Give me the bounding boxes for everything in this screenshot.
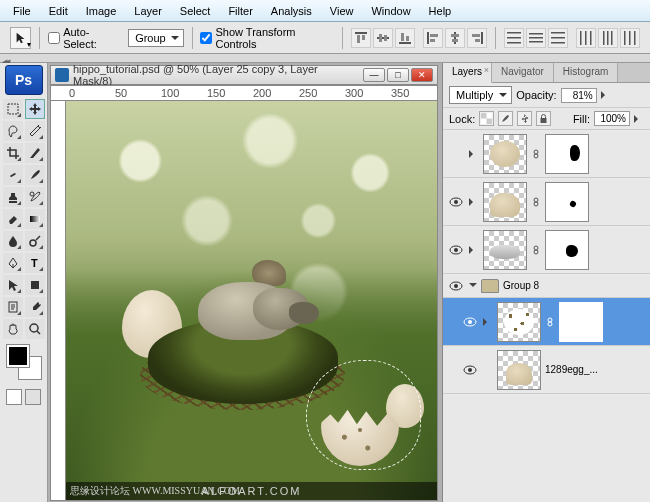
notes-tool[interactable]	[3, 297, 23, 317]
menu-window[interactable]: Window	[362, 2, 419, 20]
path-select-tool[interactable]	[3, 275, 23, 295]
distribute-right-icon[interactable]	[620, 28, 640, 48]
layer-row[interactable]: 1289egg_...	[443, 346, 650, 394]
align-hcenter-icon[interactable]	[445, 28, 465, 48]
pen-tool[interactable]	[3, 253, 23, 273]
gradient-tool[interactable]	[25, 209, 45, 229]
group-name[interactable]: Group 8	[503, 280, 539, 291]
menu-layer[interactable]: Layer	[125, 2, 171, 20]
mask-link-icon[interactable]	[545, 317, 555, 327]
fill-flyout-icon[interactable]	[634, 112, 644, 126]
group-disclosure-icon[interactable]	[469, 283, 477, 291]
layer-mask-thumbnail[interactable]	[545, 134, 589, 174]
menu-filter[interactable]: Filter	[219, 2, 261, 20]
lock-transparency-icon[interactable]	[479, 111, 494, 126]
mask-link-icon[interactable]	[531, 197, 541, 207]
menu-help[interactable]: Help	[420, 2, 461, 20]
blend-mode-dropdown[interactable]: Multiply	[449, 86, 512, 104]
layer-mask-thumbnail[interactable]	[559, 302, 603, 342]
layer-row[interactable]	[443, 178, 650, 226]
distribute-top-icon[interactable]	[504, 28, 524, 48]
layer-thumbnail[interactable]	[483, 230, 527, 270]
mask-link-icon[interactable]	[531, 149, 541, 159]
color-swatches[interactable]	[7, 345, 41, 379]
visibility-toggle[interactable]	[447, 277, 465, 295]
align-bottom-icon[interactable]	[395, 28, 415, 48]
history-brush-tool[interactable]	[25, 187, 45, 207]
align-top-icon[interactable]	[351, 28, 371, 48]
layer-thumbnail[interactable]	[497, 302, 541, 342]
mask-link-icon[interactable]	[531, 245, 541, 255]
menu-analysis[interactable]: Analysis	[262, 2, 321, 20]
align-vcenter-icon[interactable]	[373, 28, 393, 48]
zoom-tool[interactable]	[25, 319, 45, 339]
tab-histogram[interactable]: Histogram	[554, 63, 619, 82]
menu-image[interactable]: Image	[77, 2, 126, 20]
lasso-tool[interactable]	[3, 121, 23, 141]
layers-list[interactable]: Group 8 1289egg_...	[443, 130, 650, 502]
crop-tool[interactable]	[3, 143, 23, 163]
close-button[interactable]: ✕	[411, 68, 433, 82]
lock-position-icon[interactable]	[517, 111, 532, 126]
opacity-value[interactable]: 81%	[561, 88, 597, 103]
type-tool[interactable]: T	[25, 253, 45, 273]
dock-collapse-row[interactable]	[0, 54, 650, 63]
visibility-toggle[interactable]	[447, 145, 465, 163]
vertical-ruler[interactable]	[50, 101, 66, 501]
auto-select-mode-dropdown[interactable]: Group	[128, 29, 183, 47]
layer-mask-thumbnail[interactable]	[545, 230, 589, 270]
move-tool[interactable]	[25, 99, 45, 119]
heal-tool[interactable]	[3, 165, 23, 185]
canvas[interactable]: 思缘设计论坛 WWW.MISSYUAN.COM ALFOART.COM	[66, 101, 438, 501]
layer-row[interactable]	[443, 226, 650, 274]
tab-layers[interactable]: Layers	[443, 63, 492, 83]
menu-file[interactable]: File	[4, 2, 40, 20]
wand-tool[interactable]	[25, 121, 45, 141]
brush-tool[interactable]	[25, 165, 45, 185]
distribute-bottom-icon[interactable]	[548, 28, 568, 48]
distribute-vcenter-icon[interactable]	[526, 28, 546, 48]
opacity-flyout-icon[interactable]	[601, 88, 611, 102]
foreground-color-swatch[interactable]	[7, 345, 29, 367]
layer-thumbnail[interactable]	[483, 134, 527, 174]
eyedropper-tool[interactable]	[25, 297, 45, 317]
horizontal-ruler[interactable]: 0 50 100 150 200 250 300 350	[50, 85, 438, 101]
layer-name[interactable]: 1289egg_...	[545, 364, 598, 375]
align-left-icon[interactable]	[423, 28, 443, 48]
distribute-hcenter-icon[interactable]	[598, 28, 618, 48]
layer-mask-thumbnail[interactable]	[545, 182, 589, 222]
move-tool-icon[interactable]: ▾	[10, 27, 31, 49]
menu-edit[interactable]: Edit	[40, 2, 77, 20]
slice-tool[interactable]	[25, 143, 45, 163]
hand-tool[interactable]	[3, 319, 23, 339]
layer-thumbnail[interactable]	[497, 350, 541, 390]
minimize-button[interactable]: —	[363, 68, 385, 82]
align-right-icon[interactable]	[467, 28, 487, 48]
visibility-toggle[interactable]	[447, 193, 465, 211]
document-titlebar[interactable]: hippo_tutorial.psd @ 50% (Layer 25 copy …	[50, 65, 438, 85]
auto-select-checkbox[interactable]: Auto-Select:	[48, 26, 120, 50]
visibility-toggle[interactable]	[461, 313, 479, 331]
layer-thumbnail[interactable]	[483, 182, 527, 222]
stamp-tool[interactable]	[3, 187, 23, 207]
layer-row-selected[interactable]	[443, 298, 650, 346]
menu-view[interactable]: View	[321, 2, 363, 20]
eraser-tool[interactable]	[3, 209, 23, 229]
visibility-toggle[interactable]	[447, 241, 465, 259]
lock-pixels-icon[interactable]	[498, 111, 513, 126]
show-transform-checkbox[interactable]: Show Transform Controls	[200, 26, 334, 50]
shape-tool[interactable]	[25, 275, 45, 295]
fill-value[interactable]: 100%	[594, 111, 630, 126]
blur-tool[interactable]	[3, 231, 23, 251]
marquee-tool[interactable]	[3, 99, 23, 119]
visibility-toggle[interactable]	[461, 361, 479, 379]
lock-all-icon[interactable]	[536, 111, 551, 126]
tab-navigator[interactable]: Navigator	[492, 63, 554, 82]
layer-row[interactable]	[443, 130, 650, 178]
quick-mask-toggle[interactable]	[6, 389, 41, 405]
menu-select[interactable]: Select	[171, 2, 220, 20]
dodge-tool[interactable]	[25, 231, 45, 251]
distribute-left-icon[interactable]	[576, 28, 596, 48]
layer-group-row[interactable]: Group 8	[443, 274, 650, 298]
maximize-button[interactable]: □	[387, 68, 409, 82]
